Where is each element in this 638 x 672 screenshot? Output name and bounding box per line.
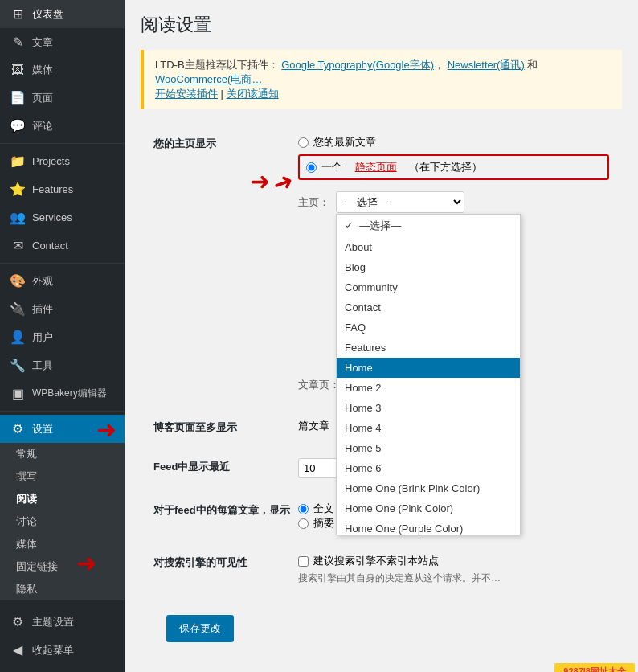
- dropdown-item-faq[interactable]: FAQ: [337, 318, 520, 338]
- sidebar-sub-discussion[interactable]: 讨论: [0, 510, 125, 533]
- theme-icon: ⚙: [10, 614, 26, 629]
- sidebar-label-features: Features: [32, 183, 73, 195]
- dropdown-item-home-one-purple[interactable]: Home One (Purple Color): [337, 518, 520, 535]
- dropdown-item-home4[interactable]: Home 4: [337, 418, 520, 438]
- dropdown-item-home2[interactable]: Home 2: [337, 378, 520, 398]
- plugins-icon: 🔌: [10, 301, 26, 317]
- save-row: 保存更改: [141, 597, 622, 660]
- visibility-label: 对搜索引擎的可见性: [153, 554, 298, 570]
- sidebar-label-wpbakery: WPBakery编辑器: [32, 387, 107, 400]
- dropdown-item-home3[interactable]: Home 3: [337, 398, 520, 418]
- visibility-checkbox-label: 建议搜索引擎不索引本站点: [313, 554, 439, 568]
- sidebar-item-wpbakery[interactable]: ▣ WPBakery编辑器: [0, 379, 125, 408]
- notice-install-link[interactable]: 开始安装插件: [155, 88, 218, 100]
- radio-summary-label: 摘要: [313, 516, 334, 531]
- dropdown-item-contact[interactable]: Contact: [337, 297, 520, 318]
- sidebar-item-appearance[interactable]: 🎨 外观: [0, 267, 125, 295]
- sidebar-item-theme[interactable]: ⚙ 主题设置: [0, 608, 125, 636]
- notice-link-typography[interactable]: Google Typography(Google字体): [281, 59, 434, 71]
- sidebar-item-dashboard[interactable]: ⊞ 仪表盘: [0, 0, 125, 28]
- articles-select-label: 文章页：: [298, 378, 340, 392]
- static-page-link[interactable]: 静态页面: [355, 160, 397, 174]
- blog-display-suffix: 篇文章: [298, 420, 329, 432]
- sidebar-item-plugins[interactable]: 🔌 插件: [0, 295, 125, 323]
- radio-static-suffix: （在下方选择）: [409, 160, 482, 174]
- dropdown-item-home5[interactable]: Home 5: [337, 438, 520, 458]
- dropdown-item-blog[interactable]: Blog: [337, 257, 520, 277]
- sidebar-item-pages[interactable]: 📄 页面: [0, 84, 125, 112]
- sidebar-item-projects[interactable]: 📁 Projects: [0, 147, 125, 175]
- homepage-select[interactable]: —选择—: [336, 191, 464, 213]
- sidebar-divider-1: [0, 143, 125, 144]
- homepage-radio-group: 您的最新文章 一个 静态页面 （在下方选择）: [298, 135, 609, 180]
- features-icon: ⭐: [10, 182, 26, 197]
- sidebar-sub-general[interactable]: 常规: [0, 443, 125, 465]
- homepage-label: 您的主页显示: [153, 135, 298, 151]
- dropdown-item-home6[interactable]: Home 6: [337, 458, 520, 478]
- sidebar-item-media[interactable]: 🖼 媒体: [0, 56, 125, 84]
- sidebar-sub-writing[interactable]: 撰写: [0, 465, 125, 488]
- notice-close-link[interactable]: 关闭该通知: [227, 88, 279, 100]
- sidebar-label-articles: 文章: [32, 35, 53, 50]
- pages-icon: 📄: [10, 90, 26, 105]
- dropdown-item-about[interactable]: About: [337, 237, 520, 257]
- settings-submenu: 常规 撰写 阅读 讨论 媒体 固定链接 隐私: [0, 443, 125, 600]
- contact-icon: ✉: [10, 238, 26, 253]
- sidebar-sub-reading[interactable]: 阅读: [0, 488, 125, 510]
- sub-label-discussion: 讨论: [16, 514, 37, 529]
- sidebar-label-users: 用户: [32, 330, 53, 345]
- sidebar-item-contact[interactable]: ✉ Contact: [0, 232, 125, 260]
- visibility-checkbox[interactable]: [298, 556, 309, 567]
- sub-label-media-settings: 媒体: [16, 537, 37, 551]
- sidebar-item-services[interactable]: 👥 Services: [0, 203, 125, 232]
- page-title: 阅读设置: [141, 13, 622, 37]
- appearance-icon: 🎨: [10, 273, 26, 289]
- articles-icon: ✎: [10, 35, 26, 50]
- sidebar-label-plugins: 插件: [32, 302, 53, 317]
- notice-box: LTD-B主题推荐以下插件： Google Typography(Google字…: [141, 50, 622, 109]
- sidebar-item-articles[interactable]: ✎ 文章: [0, 28, 125, 56]
- radio-full-input[interactable]: [298, 504, 309, 514]
- sub-label-permalink: 固定链接: [16, 559, 58, 574]
- sidebar-item-features[interactable]: ⭐ Features: [0, 175, 125, 203]
- watermark-line1: 9287I8网址大全: [559, 666, 630, 672]
- sidebar-sub-privacy[interactable]: 隐私: [0, 578, 125, 600]
- tools-icon: 🔧: [10, 358, 26, 373]
- sidebar-item-collapse[interactable]: ◀ 收起菜单: [0, 636, 125, 664]
- homepage-dropdown-container: —选择— ✓ —选择— About Blog Community Contact…: [336, 191, 464, 213]
- main-content: 阅读设置 LTD-B主题推荐以下插件： Google Typography(Go…: [125, 0, 638, 672]
- notice-link-newsletter[interactable]: Newsletter(通讯): [448, 59, 525, 71]
- dropdown-popup[interactable]: ✓ —选择— About Blog Community Contact FAQ …: [336, 214, 521, 535]
- homepage-select-label: 主页：: [298, 195, 329, 210]
- sidebar-item-tools[interactable]: 🔧 工具: [0, 351, 125, 379]
- blog-display-label: 博客页面至多显示: [153, 419, 298, 435]
- sidebar-divider-4: [0, 604, 125, 604]
- radio-static: 一个 静态页面 （在下方选择）: [298, 154, 609, 180]
- sidebar-label-comments: 评论: [32, 119, 53, 133]
- dropdown-item-home[interactable]: Home: [337, 358, 520, 378]
- radio-latest-input[interactable]: [298, 137, 309, 148]
- notice-link-woocommerce[interactable]: WooCommerce(电商…: [155, 73, 262, 85]
- radio-static-input[interactable]: [306, 162, 317, 173]
- sidebar-item-users[interactable]: 👤 用户: [0, 323, 125, 351]
- sub-label-privacy: 隐私: [16, 582, 37, 596]
- dropdown-item-community[interactable]: Community: [337, 277, 520, 297]
- radio-summary-input[interactable]: [298, 518, 309, 529]
- feed-label: Feed中显示最近: [153, 458, 298, 474]
- sidebar-divider-3: [0, 411, 125, 412]
- sidebar-item-comments[interactable]: 💬 评论: [0, 112, 125, 140]
- dashboard-icon: ⊞: [10, 6, 26, 22]
- dropdown-item-choose[interactable]: ✓ —选择—: [337, 215, 520, 237]
- dropdown-item-home-one-brink[interactable]: Home One (Brink Pink Color): [337, 478, 520, 498]
- sidebar-divider-2: [0, 263, 125, 264]
- sidebar-label-projects: Projects: [32, 155, 70, 167]
- dropdown-item-features[interactable]: Features: [337, 338, 520, 358]
- form-row-homepage: 您的主页显示 您的最新文章 一个 静态页面 （在下方选择） 主页：: [141, 124, 622, 408]
- save-button[interactable]: 保存更改: [166, 615, 234, 642]
- dropdown-item-home-one-pink[interactable]: Home One (Pink Color): [337, 498, 520, 518]
- users-icon: 👤: [10, 330, 26, 345]
- collapse-icon: ◀: [10, 642, 26, 658]
- sidebar-label-theme: 主题设置: [32, 615, 74, 629]
- sidebar-sub-permalink[interactable]: 固定链接: [0, 555, 125, 578]
- sidebar-sub-media[interactable]: 媒体: [0, 533, 125, 555]
